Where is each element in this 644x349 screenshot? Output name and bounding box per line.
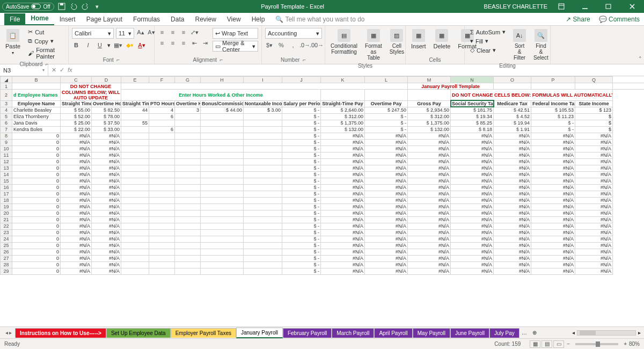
copy-button[interactable]: ⧉Copy▾ — [26, 37, 65, 45]
col-P[interactable]: P — [531, 77, 575, 83]
table-row[interactable]: 17 0 #N/A#N/A $ - #N/A#N/A#N/A #N/A#N/A#… — [1, 191, 645, 197]
number-format-select[interactable]: Accounting▾ — [265, 28, 322, 39]
col-Q[interactable]: Q — [575, 77, 613, 83]
sheet-march[interactable]: March Payroll — [332, 328, 374, 338]
table-row[interactable]: 7 Kendra Boles $ 22.00 $ 33.00 6 $ - $ 1… — [1, 126, 645, 133]
cancel-formula-icon[interactable]: ✕ — [52, 67, 56, 74]
table-row[interactable]: 5 Eliza Thornberry $ 52.00 $ 78.00 6 $ -… — [1, 113, 645, 120]
col-L[interactable]: L — [365, 77, 408, 83]
align-right-icon[interactable]: ≡ — [179, 39, 188, 47]
col-M[interactable]: M — [408, 77, 451, 83]
paste-button[interactable]: 📋Paste▾ — [3, 28, 23, 56]
increase-decimal-icon[interactable]: .0→ — [301, 41, 309, 49]
maximize-icon[interactable] — [599, 1, 618, 12]
col-F[interactable]: F — [149, 77, 175, 83]
increase-indent-icon[interactable]: ⇥ — [201, 39, 209, 47]
decrease-decimal-icon[interactable]: .00→ — [312, 41, 321, 49]
font-color-button[interactable]: A▾ — [137, 41, 146, 49]
col-D[interactable]: D — [92, 77, 121, 83]
sheet-nav-last-icon[interactable]: ▸ — [9, 330, 12, 336]
col-H[interactable]: H — [201, 77, 244, 83]
zoom-out-icon[interactable]: − — [565, 341, 572, 347]
tab-insert[interactable]: Insert — [54, 13, 81, 25]
table-row[interactable]: 24 0 #N/A#N/A $ - #N/A#N/A#N/A #N/A#N/A#… — [1, 236, 645, 242]
sheet-february[interactable]: February Payroll — [283, 328, 332, 338]
tab-help[interactable]: Help — [246, 13, 270, 25]
percent-format-icon[interactable]: % — [277, 41, 286, 49]
collapse-ribbon-icon[interactable]: ˄ — [639, 56, 642, 63]
table-row[interactable]: 29 0 #N/A#N/A $ - #N/A#N/A#N/A #N/A#N/A#… — [1, 268, 645, 274]
zoom-in-icon[interactable]: + — [621, 341, 629, 347]
align-bottom-icon[interactable]: ≡ — [179, 28, 188, 37]
align-middle-icon[interactable]: ≡ — [169, 28, 177, 37]
sheet-employee-data[interactable]: Set Up Employee Data — [106, 328, 171, 338]
format-painter-button[interactable]: 🖌Format Painter — [26, 46, 65, 60]
table-row[interactable]: 19 0 #N/A#N/A $ - #N/A#N/A#N/A #N/A#N/A#… — [1, 203, 645, 210]
col-G[interactable]: G — [175, 77, 201, 83]
fx-icon[interactable]: fx — [68, 67, 72, 74]
col-C[interactable]: C — [61, 77, 92, 83]
table-row[interactable]: 18 0 #N/A#N/A $ - #N/A#N/A#N/A #N/A#N/A#… — [1, 197, 645, 203]
enter-formula-icon[interactable]: ✓ — [60, 67, 64, 74]
col-E[interactable]: E — [121, 77, 149, 83]
row-1[interactable]: 1 — [1, 83, 12, 90]
sheet-employer-taxes[interactable]: Employer Payroll Taxes — [171, 328, 236, 338]
spreadsheet-grid[interactable]: ◢ B C D E F G H I J K L M N O P Q 1DO NO… — [0, 76, 644, 326]
table-row[interactable]: 12 0 #N/A#N/A $ - #N/A#N/A#N/A #N/A#N/A#… — [1, 158, 645, 165]
fill-button[interactable]: ▾Fill▾ — [468, 37, 508, 45]
autosum-button[interactable]: ΣAutoSum▾ — [468, 28, 508, 36]
close-icon[interactable] — [623, 1, 642, 12]
table-row[interactable]: 20 0 #N/A#N/A $ - #N/A#N/A#N/A #N/A#N/A#… — [1, 210, 645, 216]
tab-view[interactable]: View — [222, 13, 246, 25]
font-name-select[interactable]: Calibri▾ — [72, 28, 114, 39]
table-row[interactable]: 4 Charlette Beasley $ 55.00 $ 82.50 4443… — [1, 107, 645, 113]
col-J[interactable]: J — [282, 77, 321, 83]
table-row[interactable]: 23 0 #N/A#N/A $ - #N/A#N/A#N/A #N/A#N/A#… — [1, 229, 645, 236]
orientation-icon[interactable]: ⤢▾ — [190, 28, 199, 37]
hscroll-right-icon[interactable]: ▸ — [638, 330, 641, 336]
select-all[interactable]: ◢ — [1, 77, 12, 83]
new-sheet-icon[interactable]: ⊕ — [529, 330, 540, 336]
delete-cells-button[interactable]: ▦Delete — [431, 28, 453, 50]
minimize-icon[interactable] — [575, 1, 595, 12]
sort-filter-button[interactable]: A↓Sort & Filter — [511, 28, 528, 62]
sheet-april[interactable]: April Payroll — [374, 328, 412, 338]
accounting-format-icon[interactable]: $▾ — [265, 41, 274, 49]
table-row[interactable]: 8 0 #N/A#N/A $ - #N/A#N/A#N/A #N/A#N/A#N… — [1, 133, 645, 139]
table-row[interactable]: 14 0 #N/A#N/A $ - #N/A#N/A#N/A #N/A#N/A#… — [1, 171, 645, 178]
font-size-select[interactable]: 11▾ — [116, 28, 134, 39]
sheet-june[interactable]: June Payroll — [450, 328, 489, 338]
clear-button[interactable]: ◇Clear▾ — [468, 46, 508, 54]
borders-button[interactable]: ▦▾ — [114, 41, 122, 49]
align-left-icon[interactable]: ≡ — [158, 39, 166, 47]
sheet-july[interactable]: July Pay — [489, 328, 519, 338]
table-row[interactable]: 9 0 #N/A#N/A $ - #N/A#N/A#N/A #N/A#N/A#N… — [1, 139, 645, 146]
horizontal-scrollbar[interactable] — [577, 330, 636, 336]
conditional-formatting-button[interactable]: ▤Conditional Formatting — [328, 28, 360, 56]
undo-icon[interactable] — [69, 2, 78, 11]
fill-color-button[interactable]: ◆▾ — [126, 41, 134, 49]
table-row[interactable]: 26 0 #N/A#N/A $ - #N/A#N/A#N/A #N/A#N/A#… — [1, 249, 645, 255]
table-row[interactable]: 27 0 #N/A#N/A $ - #N/A#N/A#N/A #N/A#N/A#… — [1, 255, 645, 261]
ribbon-display-icon[interactable] — [552, 1, 571, 12]
align-center-icon[interactable]: ≡ — [169, 39, 177, 47]
cut-button[interactable]: ✂Cut — [26, 28, 65, 36]
zoom-slider[interactable] — [575, 343, 618, 345]
merge-center-button[interactable]: ▭ Merge & Center▾ — [213, 41, 258, 52]
sheet-january[interactable]: January Payroll — [236, 328, 283, 338]
table-row[interactable]: 22 0 #N/A#N/A $ - #N/A#N/A#N/A #N/A#N/A#… — [1, 223, 645, 229]
tab-file[interactable]: File — [4, 13, 25, 25]
row-3[interactable]: 3 — [1, 100, 12, 107]
tab-data[interactable]: Data — [165, 13, 189, 25]
col-O[interactable]: O — [494, 77, 531, 83]
page-break-view-icon[interactable]: ▭ — [553, 340, 564, 348]
table-row[interactable]: 28 0 #N/A#N/A $ - #N/A#N/A#N/A #N/A#N/A#… — [1, 261, 645, 268]
comma-format-icon[interactable]: , — [289, 41, 297, 49]
tab-home[interactable]: Home — [25, 12, 54, 25]
sheet-may[interactable]: May Payroll — [413, 328, 450, 338]
zoom-level[interactable]: 80% — [629, 341, 640, 347]
page-layout-view-icon[interactable]: ▤ — [541, 340, 552, 348]
customize-qat-icon[interactable]: ▾ — [93, 2, 101, 11]
col-K[interactable]: K — [321, 77, 365, 83]
redo-icon[interactable] — [81, 2, 90, 11]
